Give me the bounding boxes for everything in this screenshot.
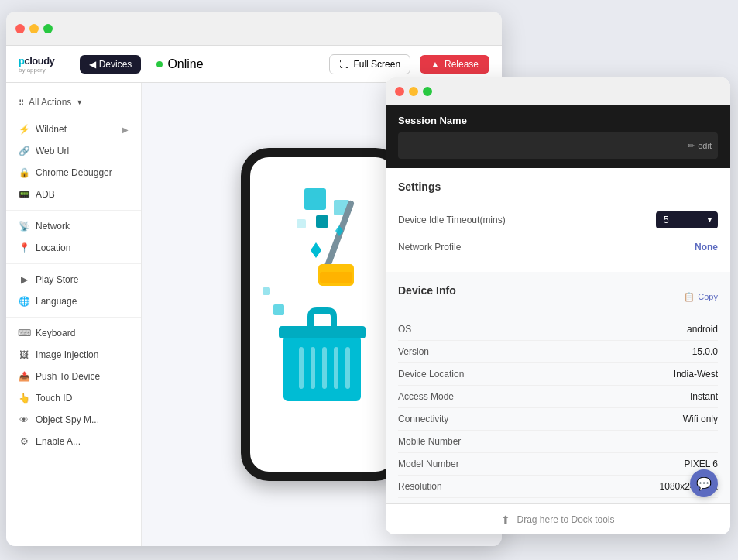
wifi-icon: ⚡ — [19, 124, 29, 135]
store-icon: ▶ — [19, 274, 29, 285]
sidebar-item-label: Location — [36, 242, 70, 253]
chat-bubble-button[interactable]: 💬 — [690, 469, 718, 497]
info-row: OS android — [398, 318, 718, 341]
svg-rect-16 — [273, 304, 284, 315]
phone-frame — [241, 148, 403, 481]
sidebar-item-label: Language — [36, 296, 77, 307]
sidebar-item-label: Enable A... — [36, 436, 81, 447]
traffic-lights — [15, 24, 53, 33]
info-row: Screen Size 6.4 in — [398, 498, 718, 503]
sidebar-divider-1 — [6, 210, 141, 211]
info-row: Connectivity Wifi only — [398, 408, 718, 431]
dock-bar[interactable]: ⬆ Drag here to Dock tools — [386, 503, 730, 534]
sidebar-item-label: ADB — [36, 189, 55, 200]
info-key: Device Location — [398, 369, 464, 380]
svg-rect-17 — [263, 287, 270, 295]
sidebar-item-language[interactable]: 🌐 Language — [6, 290, 141, 312]
info-key: Access Mode — [398, 391, 454, 402]
settings-section: Settings Device Idle Timeout(mins) 5 10 … — [386, 168, 730, 272]
sidebar-item-touch-id[interactable]: 👆 Touch ID — [6, 387, 141, 409]
logo-area: pcloudy by appcry — [19, 55, 54, 74]
network-icon: 📡 — [19, 221, 29, 232]
svg-rect-13 — [334, 347, 338, 389]
grid-icon: ⠿ — [19, 98, 24, 107]
online-badge: Online — [156, 57, 203, 71]
device-info-section: Device Info 📋 Copy OS android Version 15… — [386, 272, 730, 503]
sidebar-item-enable-a[interactable]: ⚙ Enable A... — [6, 431, 141, 452]
arrow-icon: ▶ — [122, 125, 129, 134]
device-info-title: Device Info — [398, 284, 456, 297]
svg-rect-6 — [320, 272, 352, 283]
edit-icon: ✏ — [688, 141, 695, 151]
sidebar-item-push-to-device[interactable]: 📤 Push To Device — [6, 366, 141, 387]
sidebar-divider-3 — [6, 317, 141, 318]
info-row: Mobile Number — [398, 431, 718, 453]
minimize-button[interactable] — [29, 24, 39, 33]
info-row: Resolution 1080x2400 px — [398, 476, 718, 498]
timeout-label: Device Idle Timeout(mins) — [398, 215, 506, 225]
sidebar-item-label: Touch ID — [36, 393, 72, 404]
info-minimize-button[interactable] — [409, 87, 418, 96]
info-key: Model Number — [398, 459, 459, 469]
timeout-select[interactable]: 5 10 15 30 60 — [656, 211, 718, 228]
device-info-rows: OS android Version 15.0.0 Device Locatio… — [398, 318, 718, 503]
sidebar: ⠿ All Actions ▼ ⚡ Wildnet ▶ 🔗 Web Url 🔒 … — [6, 83, 142, 546]
settings-row-network: Network Profile None — [398, 235, 718, 259]
location-icon: 📍 — [19, 242, 29, 253]
terminal-icon: 📟 — [19, 189, 29, 200]
svg-rect-0 — [304, 188, 326, 210]
release-icon: ▲ — [431, 59, 440, 70]
info-close-button[interactable] — [395, 87, 404, 96]
svg-marker-7 — [311, 242, 321, 258]
chat-icon: 💬 — [696, 476, 712, 491]
settings-title: Settings — [398, 180, 718, 193]
online-text: Online — [167, 57, 203, 71]
online-dot — [156, 61, 163, 67]
sidebar-item-object-spy[interactable]: 👁 Object Spy M... — [6, 409, 141, 431]
all-actions-button[interactable]: ⠿ All Actions ▼ — [6, 92, 141, 112]
lock-icon: 🔒 — [19, 167, 29, 178]
gear-icon: ⚙ — [19, 436, 29, 447]
release-label: Release — [445, 59, 479, 70]
globe-icon: 🌐 — [19, 296, 29, 307]
network-profile-label: Network Profile — [398, 242, 461, 253]
image-icon: 🖼 — [19, 349, 29, 360]
maximize-button[interactable] — [43, 24, 53, 33]
sidebar-item-play-store[interactable]: ▶ Play Store — [6, 269, 141, 290]
sidebar-item-wildnet[interactable]: ⚡ Wildnet ▶ — [6, 119, 141, 140]
devices-back-button[interactable]: ◀ Devices — [80, 55, 141, 74]
fullscreen-label: Full Screen — [353, 59, 400, 70]
release-button[interactable]: ▲ Release — [420, 55, 489, 74]
copy-button[interactable]: 📋 Copy — [684, 292, 718, 302]
edit-link[interactable]: ✏ edit — [688, 141, 712, 151]
sidebar-item-image-injection[interactable]: 🖼 Image Injection — [6, 344, 141, 366]
svg-rect-14 — [345, 347, 350, 389]
logo-text: pcloudy — [19, 55, 54, 67]
sidebar-item-web-url[interactable]: 🔗 Web Url — [6, 140, 141, 162]
keyboard-icon: ⌨ — [19, 328, 29, 338]
session-name-section: Session Name ✏ edit — [386, 105, 730, 168]
info-maximize-button[interactable] — [423, 87, 432, 96]
sidebar-item-keyboard[interactable]: ⌨ Keyboard — [6, 322, 141, 344]
info-value: Instant — [690, 391, 718, 402]
info-title-bar — [386, 77, 730, 105]
dock-icon: ⬆ — [501, 514, 510, 526]
close-button[interactable] — [15, 24, 25, 33]
eye-icon: 👁 — [19, 414, 29, 425]
info-content: Session Name ✏ edit Settings Device Idle… — [386, 105, 730, 503]
sidebar-item-chrome-debugger[interactable]: 🔒 Chrome Debugger — [6, 162, 141, 184]
edit-label: edit — [698, 141, 712, 150]
sidebar-item-label: Play Store — [36, 274, 78, 285]
sidebar-item-label: Network — [36, 221, 70, 232]
info-value: android — [687, 324, 718, 335]
sidebar-item-location[interactable]: 📍 Location — [6, 237, 141, 259]
info-panel: Session Name ✏ edit Settings Device Idle… — [386, 77, 730, 534]
fullscreen-button[interactable]: ⛶ Full Screen — [329, 54, 410, 74]
link-icon: 🔗 — [19, 146, 29, 156]
sidebar-item-network[interactable]: 📡 Network — [6, 215, 141, 237]
svg-rect-15 — [279, 326, 366, 338]
fingerprint-icon: 👆 — [19, 393, 29, 404]
sidebar-item-label: Chrome Debugger — [36, 167, 112, 178]
sidebar-item-adb[interactable]: 📟 ADB — [6, 184, 141, 205]
sidebar-item-label: Object Spy M... — [36, 414, 99, 425]
